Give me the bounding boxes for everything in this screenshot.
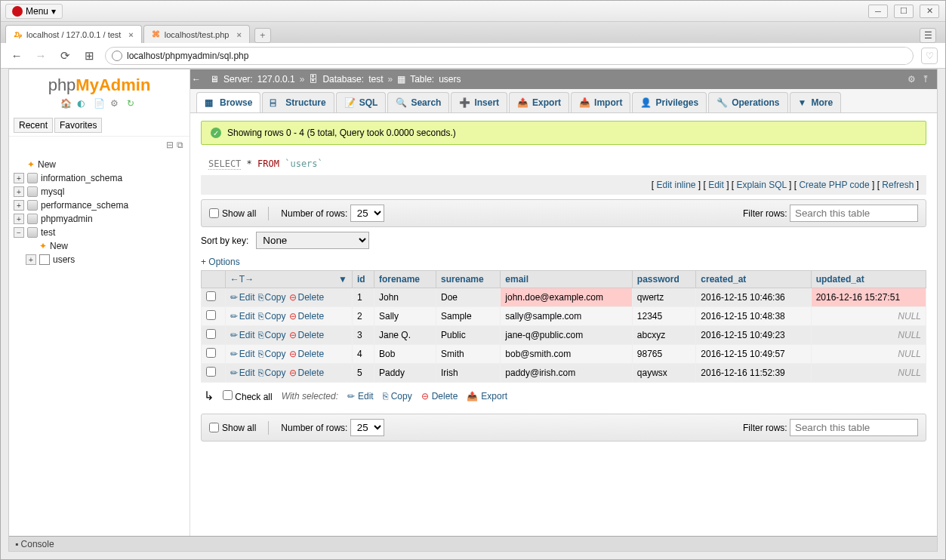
cell-updated_at[interactable]: 2016-12-16 15:27:51 — [811, 288, 926, 307]
bulk-copy-link[interactable]: ⎘Copy — [383, 391, 412, 402]
tab-more[interactable]: ▼More — [790, 92, 842, 112]
tab-export[interactable]: 📤Export — [509, 92, 569, 112]
tab-search[interactable]: 🔍Search — [387, 92, 449, 112]
cell-surename[interactable]: Smith — [436, 345, 501, 364]
edit-inline-link[interactable]: Edit inline — [656, 180, 695, 190]
breadcrumb-server[interactable]: 127.0.0.1 — [257, 74, 295, 85]
row-checkbox[interactable] — [202, 307, 226, 326]
row-delete[interactable]: ⊖Delete — [289, 311, 325, 322]
breadcrumb-table[interactable]: users — [439, 74, 461, 85]
tree-table-users[interactable]: users — [12, 253, 186, 266]
cell-id[interactable]: 2 — [352, 307, 374, 326]
tree-db-performance_schema[interactable]: performance_schema — [12, 198, 186, 212]
row-checkbox[interactable] — [202, 345, 226, 364]
cell-created_at[interactable]: 2016-12-15 10:49:23 — [696, 326, 811, 345]
collapse-icon[interactable]: ⊟ — [166, 140, 174, 150]
expander-icon[interactable] — [14, 173, 24, 183]
row-copy[interactable]: ⎘Copy — [258, 292, 286, 303]
col-email[interactable]: email — [501, 271, 633, 288]
col-updated_at[interactable]: updated_at — [811, 271, 926, 288]
row-copy[interactable]: ⎘Copy — [258, 349, 286, 359]
cell-forename[interactable]: John — [374, 288, 436, 307]
row-checkbox[interactable] — [202, 364, 226, 383]
tab-insert[interactable]: ➕Insert — [451, 92, 507, 112]
expander-icon[interactable] — [14, 227, 24, 238]
cell-email[interactable]: sally@sample.com — [501, 307, 633, 326]
cell-email[interactable]: jane-q@public.com — [501, 326, 633, 345]
cog-icon[interactable]: ⚙ — [110, 98, 122, 110]
filter-rows-input-bottom[interactable] — [790, 419, 918, 436]
cell-created_at[interactable]: 2016-12-16 11:52:39 — [696, 364, 811, 383]
show-all-checkbox-bottom[interactable]: Show all — [209, 423, 256, 433]
tab-sql[interactable]: 📝SQL — [336, 92, 387, 112]
cell-updated_at[interactable]: NULL — [811, 307, 926, 326]
cell-surename[interactable]: Public — [436, 326, 501, 345]
logout-icon[interactable]: ◐ — [77, 98, 89, 110]
cell-updated_at[interactable]: NULL — [811, 326, 926, 345]
browser-tab-2[interactable]: ⌘ localhost/test.php × — [143, 25, 250, 43]
row-edit[interactable]: ✏Edit — [230, 368, 255, 378]
maximize-button[interactable]: ☐ — [894, 5, 914, 18]
cell-surename[interactable]: Doe — [436, 288, 501, 307]
collapse-sidebar-button[interactable]: ← — [190, 69, 202, 89]
tab-operations[interactable]: 🔧Operations — [708, 92, 787, 112]
cell-created_at[interactable]: 2016-12-15 10:49:57 — [696, 345, 811, 364]
tree-new-table[interactable]: ✦ New — [12, 239, 186, 253]
tab-browse[interactable]: ▦Browse — [196, 92, 260, 112]
explain-sql-link[interactable]: Explain SQL — [737, 180, 787, 190]
cell-password[interactable]: qaywsx — [632, 364, 695, 383]
row-delete[interactable]: ⊖Delete — [289, 292, 325, 303]
browser-tab-1[interactable]: ₯ localhost / 127.0.0.1 / test × — [5, 25, 142, 43]
speed-dial-button[interactable]: ⊞ — [81, 48, 97, 64]
tab-list-button[interactable]: ☰ — [920, 28, 936, 43]
row-delete[interactable]: ⊖Delete — [289, 349, 325, 359]
tree-db-information_schema[interactable]: information_schema — [12, 171, 186, 185]
reload-button[interactable]: ⟳ — [57, 48, 73, 64]
col-created_at[interactable]: created_at — [696, 271, 811, 288]
expander-icon[interactable] — [26, 254, 36, 265]
close-tab-icon[interactable]: × — [128, 30, 133, 39]
tab-structure[interactable]: ⌸Structure — [262, 92, 334, 112]
tree-new[interactable]: ✦ New — [12, 158, 186, 171]
row-edit[interactable]: ✏Edit — [230, 292, 255, 303]
create-php-link[interactable]: Create PHP code — [799, 180, 869, 190]
refresh-link[interactable]: Refresh — [882, 180, 914, 190]
new-tab-button[interactable]: + — [254, 28, 271, 43]
filter-rows-input[interactable] — [790, 205, 918, 222]
tab-privileges[interactable]: 👤Privileges — [632, 92, 707, 112]
expander-icon[interactable] — [14, 214, 24, 224]
cell-id[interactable]: 5 — [352, 364, 374, 383]
show-all-checkbox[interactable]: Show all — [209, 208, 256, 219]
expander-icon[interactable] — [14, 186, 24, 197]
cell-password[interactable]: abcxyz — [632, 326, 695, 345]
back-button[interactable]: ← — [8, 48, 25, 64]
close-window-button[interactable]: ✕ — [920, 5, 939, 18]
cell-email[interactable]: bob@smith.com — [501, 345, 633, 364]
row-copy[interactable]: ⎘Copy — [258, 311, 286, 322]
row-copy[interactable]: ⎘Copy — [258, 330, 286, 340]
bulk-delete-link[interactable]: ⊖Delete — [421, 391, 458, 402]
tab-import[interactable]: 📥Import — [571, 92, 630, 112]
cell-created_at[interactable]: 2016-12-15 10:48:38 — [696, 307, 811, 326]
gear-icon[interactable]: ⚙ — [907, 74, 916, 85]
cell-forename[interactable]: Paddy — [374, 364, 436, 383]
cell-surename[interactable]: Irish — [436, 364, 501, 383]
docs-icon[interactable]: 📄 — [94, 98, 106, 110]
tree-db-mysql[interactable]: mysql — [12, 185, 186, 198]
cell-id[interactable]: 4 — [352, 345, 374, 364]
row-delete[interactable]: ⊖Delete — [289, 330, 325, 340]
cell-email[interactable]: john.doe@example.com — [501, 288, 633, 307]
forward-button[interactable]: → — [32, 48, 49, 64]
opera-menu-button[interactable]: Menu ▾ — [5, 4, 63, 19]
cell-updated_at[interactable]: NULL — [811, 345, 926, 364]
link-icon[interactable]: ⧉ — [177, 140, 183, 150]
num-rows-select-bottom[interactable]: 25 — [350, 419, 384, 436]
cell-updated_at[interactable]: NULL — [811, 364, 926, 383]
col-forename[interactable]: forename — [374, 271, 436, 288]
row-edit[interactable]: ✏Edit — [230, 311, 255, 322]
col-password[interactable]: password — [632, 271, 695, 288]
col-id[interactable]: id — [352, 271, 374, 288]
bookmark-button[interactable]: ♡ — [921, 48, 938, 64]
bulk-export-link[interactable]: 📤Export — [467, 391, 507, 402]
cell-password[interactable]: 12345 — [632, 307, 695, 326]
